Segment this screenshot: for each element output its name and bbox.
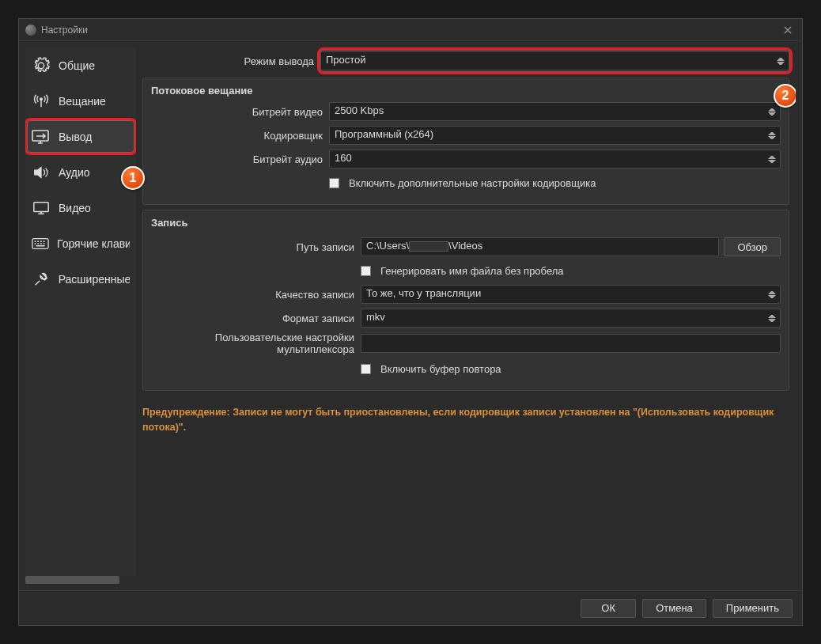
gear-icon <box>32 56 51 75</box>
sidebar-item-advanced[interactable]: Расширенные <box>25 261 136 297</box>
recording-format-value: mkv <box>366 311 385 323</box>
monitor-icon <box>32 199 51 218</box>
output-mode-select[interactable]: Простой <box>320 51 789 70</box>
video-bitrate-input[interactable]: 2500 Kbps <box>329 102 781 121</box>
warning-text: Предупреждение: Записи не могут быть при… <box>142 405 789 435</box>
output-mode-label: Режим вывода <box>142 55 320 67</box>
encoder-select[interactable]: Программный (x264) <box>329 126 781 145</box>
chevron-updown-icon <box>766 286 778 303</box>
audio-bitrate-label: Битрейт аудио <box>151 153 329 165</box>
speaker-icon <box>32 163 51 182</box>
audio-bitrate-select[interactable]: 160 <box>329 150 781 169</box>
browse-button[interactable]: Обзор <box>724 237 781 256</box>
main-panel: Режим вывода Простой Потоковое вещание Б… <box>136 47 796 584</box>
chevron-updown-icon <box>766 127 778 144</box>
encoder-value: Программный (x264) <box>335 128 433 140</box>
antenna-icon <box>32 92 51 111</box>
recording-path-prefix: C:\Users\ <box>366 240 409 252</box>
sidebar-item-label: Горячие клавиши <box>57 237 130 250</box>
advanced-encoder-label: Включить дополнительные настройки кодиро… <box>349 177 596 189</box>
streaming-title: Потоковое вещание <box>151 85 781 97</box>
replay-buffer-checkbox[interactable] <box>361 364 371 374</box>
muxer-input[interactable] <box>361 334 781 353</box>
sidebar-item-label: Общие <box>59 59 95 72</box>
app-icon <box>25 25 36 36</box>
recording-path-input[interactable]: C:\Users\\Videos <box>361 237 719 256</box>
recording-path-suffix: \Videos <box>448 240 482 252</box>
advanced-encoder-checkbox[interactable] <box>329 178 339 188</box>
recording-format-select[interactable]: mkv <box>361 309 781 328</box>
stepper-icon <box>766 103 778 120</box>
sidebar-item-label: Видео <box>59 202 91 214</box>
tools-icon <box>32 270 51 289</box>
output-mode-value: Простой <box>326 54 366 66</box>
chevron-updown-icon <box>774 52 787 70</box>
muxer-label: Пользовательские настройки мультиплексор… <box>151 331 361 355</box>
recording-quality-value: То же, что у трансляции <box>366 287 481 299</box>
recording-path-label: Путь записи <box>151 241 361 253</box>
recording-quality-label: Качество записи <box>151 289 361 301</box>
sidebar: Общие Вещание Вывод Аудио <box>25 47 136 584</box>
close-icon[interactable] <box>780 22 796 38</box>
sidebar-scrollbar[interactable] <box>25 576 136 584</box>
sidebar-item-video[interactable]: Видео <box>25 190 136 225</box>
no-space-checkbox[interactable] <box>361 266 371 276</box>
sidebar-item-general[interactable]: Общие <box>25 47 136 83</box>
streaming-group: Потоковое вещание Битрейт видео 2500 Kbp… <box>142 78 789 205</box>
recording-group: Запись Путь записи C:\Users\\Videos Обзо… <box>142 210 789 391</box>
titlebar: Настройки <box>19 19 802 41</box>
sidebar-item-hotkeys[interactable]: Горячие клавиши <box>25 225 136 261</box>
recording-path-masked <box>409 241 448 252</box>
sidebar-item-stream[interactable]: Вещание <box>25 83 136 119</box>
ok-button[interactable]: ОК <box>581 599 636 618</box>
monitor-arrow-icon <box>32 127 51 146</box>
chevron-updown-icon <box>766 150 778 168</box>
recording-title: Запись <box>151 217 781 229</box>
window-title: Настройки <box>41 25 88 36</box>
cancel-button[interactable]: Отмена <box>642 599 706 618</box>
replay-buffer-label: Включить буфер повтора <box>380 363 501 375</box>
sidebar-item-label: Расширенные <box>59 273 130 286</box>
encoder-label: Кодировщик <box>151 130 329 142</box>
content-area: Общие Вещание Вывод Аудио <box>19 41 802 590</box>
no-space-label: Генерировать имя файла без пробела <box>380 265 564 277</box>
sidebar-item-label: Вещание <box>59 95 106 108</box>
svg-rect-2 <box>34 202 48 211</box>
apply-button[interactable]: Применить <box>713 599 793 618</box>
video-bitrate-value: 2500 Kbps <box>335 104 384 116</box>
sidebar-item-label: Аудио <box>59 166 90 179</box>
chevron-updown-icon <box>766 309 778 327</box>
sidebar-item-label: Вывод <box>59 131 92 143</box>
settings-window: Настройки Общие Вещание <box>18 18 803 626</box>
video-bitrate-label: Битрейт видео <box>151 106 329 118</box>
keyboard-icon <box>32 234 49 253</box>
footer: ОК Отмена Применить <box>19 590 802 625</box>
audio-bitrate-value: 160 <box>335 152 352 164</box>
sidebar-item-output[interactable]: Вывод <box>25 119 136 154</box>
recording-format-label: Формат записи <box>151 313 361 324</box>
recording-quality-select[interactable]: То же, что у трансляции <box>361 285 781 304</box>
sidebar-item-audio[interactable]: Аудио <box>25 154 136 190</box>
